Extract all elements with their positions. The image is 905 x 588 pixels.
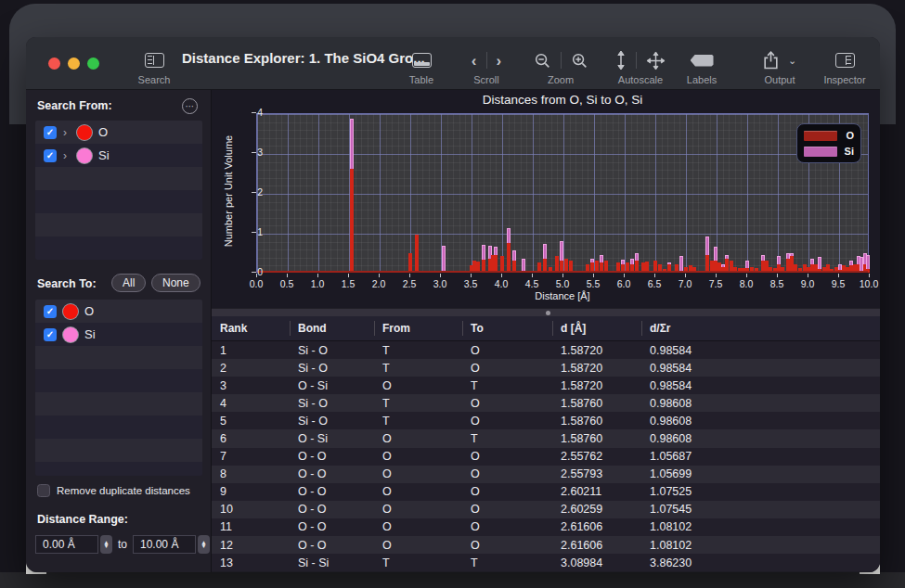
table-cell: 4 xyxy=(212,397,290,410)
histogram-bar-o xyxy=(604,261,608,273)
table-cell: Si - O xyxy=(290,415,374,428)
table-cell: 2.55762 xyxy=(552,450,641,463)
range-max-stepper[interactable]: ▲▼ xyxy=(198,535,210,554)
remove-duplicates-checkbox[interactable] xyxy=(37,484,50,497)
plot-area[interactable]: OSi xyxy=(256,113,869,273)
zoom-in-icon[interactable] xyxy=(571,52,588,70)
table-toolbar-label: Table xyxy=(409,74,433,85)
range-max-input[interactable]: 10.00 Å xyxy=(133,535,196,554)
table-row[interactable]: 13Si - SiTT3.089843.86230 xyxy=(212,554,880,571)
table-row[interactable]: 8O - OOO2.557931.05699 xyxy=(212,466,880,483)
table-cell: 1.07525 xyxy=(641,485,880,498)
y-tick-label: 2 xyxy=(240,186,263,198)
table-header-cell[interactable]: d [Å] xyxy=(552,316,641,340)
table-row[interactable]: 3O - SiOT1.587200.98584 xyxy=(212,377,880,394)
x-tick xyxy=(440,274,441,277)
table-header-cell[interactable]: Rank xyxy=(212,316,290,340)
table-row[interactable]: 10O - OOO2.602591.07545 xyxy=(212,501,880,518)
table-cell: 6 xyxy=(212,432,290,445)
scroll-left-icon[interactable]: ‹ xyxy=(472,53,477,69)
element-row[interactable]: ✓O xyxy=(35,300,202,323)
inspector-toolbar-label: Inspector xyxy=(823,74,865,85)
table-toolbar-button[interactable]: Table xyxy=(397,37,446,90)
vertical-scale-icon[interactable] xyxy=(615,51,627,70)
zoom-window-button[interactable] xyxy=(87,58,99,70)
x-tick xyxy=(869,274,870,277)
histogram-bar-o xyxy=(586,264,589,273)
x-tick xyxy=(777,274,778,277)
table-cell: O xyxy=(374,379,462,392)
element-checkbox[interactable]: ✓ xyxy=(44,305,57,318)
window-title: Distance Explorer: 1. The SiO4 Gro... xyxy=(182,37,425,78)
table-row[interactable]: 7O - OOO2.557621.05687 xyxy=(212,448,880,466)
table-row[interactable]: 1Si - OTO1.587200.98584 xyxy=(212,341,880,359)
table-row[interactable]: 12O - OOO2.616061.08102 xyxy=(212,536,880,554)
table-cell: 2.60259 xyxy=(552,503,641,516)
chart-table-splitter[interactable] xyxy=(212,308,880,316)
output-toolbar-button[interactable]: ⌄ Output xyxy=(745,37,814,90)
x-tick xyxy=(746,274,747,277)
close-window-button[interactable] xyxy=(48,58,60,70)
more-options-icon[interactable]: ⋯ xyxy=(182,98,198,114)
range-min-stepper[interactable]: ▲▼ xyxy=(100,535,112,554)
labels-toolbar-button[interactable]: Labels xyxy=(676,37,728,90)
table-row[interactable]: 2Si - OTO1.587200.98584 xyxy=(212,359,880,377)
x-tick xyxy=(624,274,625,277)
autoscale-move-icon[interactable] xyxy=(646,51,666,70)
histogram-bar-si xyxy=(543,244,547,259)
table-row[interactable]: 9O - OOO2.602111.07525 xyxy=(212,483,880,501)
element-label: Si xyxy=(98,148,110,162)
table-header-cell[interactable]: d/Σr xyxy=(641,316,880,340)
table-cell: 1.05699 xyxy=(641,467,880,480)
zoom-out-icon[interactable] xyxy=(534,52,551,70)
table-cell: O - O xyxy=(290,485,374,498)
range-min-input[interactable]: 0.00 Å xyxy=(35,535,98,554)
histogram-bar-o xyxy=(630,264,634,273)
table-cell: T xyxy=(462,379,552,392)
table-row[interactable]: 6O - SiOT1.587600.98608 xyxy=(212,429,880,447)
x-tick xyxy=(501,274,502,277)
range-to-label: to xyxy=(118,538,127,551)
histogram-bar-si xyxy=(721,264,725,266)
inspector-toolbar-button[interactable]: Inspector xyxy=(815,37,874,90)
histogram-bar-o xyxy=(705,255,709,273)
x-tick-label: 0.5 xyxy=(273,278,301,289)
element-row[interactable]: ✓›O xyxy=(35,121,202,144)
minimize-window-button[interactable] xyxy=(68,58,80,70)
table-cell: O xyxy=(462,450,552,463)
table-cell: T xyxy=(374,362,462,375)
histogram-bar-o xyxy=(750,267,754,274)
x-tick-label: 6.0 xyxy=(610,278,638,289)
table-row[interactable]: 4Si - OTO1.587600.98608 xyxy=(212,394,880,412)
histogram-bar-o xyxy=(641,262,645,273)
table-cell: O xyxy=(462,503,552,516)
y-tick-label: 0 xyxy=(240,266,263,277)
select-all-button[interactable]: All xyxy=(111,274,146,292)
x-tick xyxy=(716,274,717,277)
element-checkbox[interactable]: ✓ xyxy=(44,328,57,341)
search-to-list: ✓O✓Si xyxy=(35,300,202,476)
table-header-cell[interactable]: Bond xyxy=(290,316,374,340)
histogram-bar-o xyxy=(543,259,547,273)
table-header-cell[interactable]: To xyxy=(462,316,552,340)
histogram-bar-si xyxy=(350,119,354,169)
element-row[interactable]: ✓›Si xyxy=(35,144,202,167)
empty-list-row xyxy=(35,213,202,236)
distance-explorer-window: Search Distance Explorer: 1. The SiO4 Gr… xyxy=(26,37,880,572)
scroll-right-icon[interactable]: › xyxy=(497,53,502,69)
toolbar: Search Distance Explorer: 1. The SiO4 Gr… xyxy=(26,37,880,90)
histogram-bar-o xyxy=(733,267,737,274)
table-row[interactable]: 5Si - OTO1.587600.98608 xyxy=(212,412,880,429)
table-row[interactable]: 11O - OOO2.616061.08102 xyxy=(212,518,880,536)
disclosure-chevron-icon[interactable]: › xyxy=(63,149,71,162)
histogram-bar-si xyxy=(714,247,718,261)
disclosure-chevron-icon[interactable]: › xyxy=(63,126,71,139)
element-row[interactable]: ✓Si xyxy=(35,323,202,346)
select-none-button[interactable]: None xyxy=(151,274,200,292)
histogram-bar-si xyxy=(442,246,446,273)
empty-list-row xyxy=(35,369,202,392)
element-checkbox[interactable]: ✓ xyxy=(44,149,57,162)
x-tick xyxy=(654,274,655,277)
table-header-cell[interactable]: From xyxy=(374,316,462,340)
element-checkbox[interactable]: ✓ xyxy=(44,126,57,139)
